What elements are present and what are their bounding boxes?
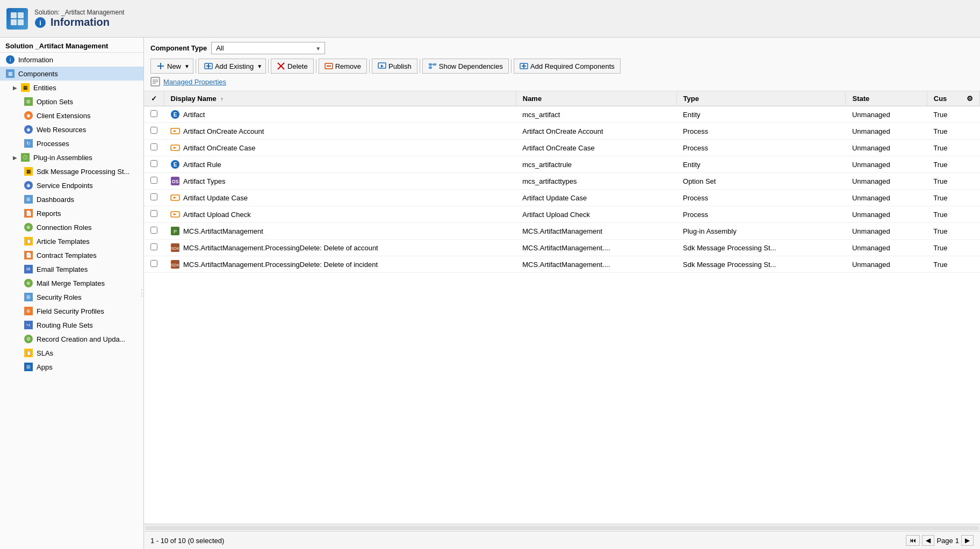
mail-merge-icon: ⊕: [24, 278, 33, 288]
sidebar-item-connection-roles[interactable]: ⊕ Connection Roles: [0, 220, 143, 234]
toolbar-buttons: New ▼ Add Existing ▼: [150, 59, 974, 74]
sidebar-item-contract-templates[interactable]: 📄 Contract Templates: [0, 248, 143, 262]
sidebar-item-apps[interactable]: ⊞ Apps: [0, 360, 143, 374]
add-required-button[interactable]: Add Required Components: [514, 59, 621, 74]
show-dependencies-button[interactable]: Show Dependencies: [422, 59, 509, 74]
table-row[interactable]: SDK MCS.ArtifactManagement.ProcessingDel…: [144, 240, 980, 256]
table-row[interactable]: Artifact OnCreate Account Artifact OnCre…: [144, 123, 980, 140]
col-display-name[interactable]: Display Name ↑: [164, 91, 516, 106]
row-customizable: True: [927, 223, 979, 240]
row-checkbox[interactable]: [150, 177, 157, 184]
client-ext-icon: ◉: [24, 111, 33, 120]
routing-icon: ↪: [24, 320, 33, 330]
row-checkbox[interactable]: [150, 227, 157, 234]
new-button[interactable]: New ▼: [150, 59, 193, 74]
sidebar-item-client-extensions[interactable]: ◉ Client Extensions: [0, 109, 143, 122]
row-checkbox-cell[interactable]: [144, 106, 164, 123]
display-name-sort-arrow: ↑: [220, 96, 223, 102]
sidebar-label-connection-roles: Connection Roles: [37, 223, 92, 232]
dash-icon: ⊞: [24, 194, 33, 204]
row-checkbox-cell[interactable]: [144, 256, 164, 273]
sidebar-item-components[interactable]: ▦ Components: [0, 67, 143, 81]
remove-button[interactable]: Remove: [319, 59, 367, 74]
table-row[interactable]: E Artifact Rule mcs_artifactrule Entity …: [144, 156, 980, 173]
first-page-button[interactable]: ⏮: [906, 535, 920, 546]
row-checkbox[interactable]: [150, 110, 157, 117]
table-row[interactable]: E Artifact mcs_artifact Entity Unmanaged…: [144, 106, 980, 123]
table-row[interactable]: OS Artifact Types mcs_artifacttypes Opti…: [144, 173, 980, 190]
delete-button[interactable]: Delete: [271, 59, 314, 74]
row-checkbox[interactable]: [150, 210, 157, 217]
row-checkbox-cell[interactable]: [144, 123, 164, 140]
row-type: Entity: [676, 156, 846, 173]
remove-icon: [325, 62, 333, 70]
table-row[interactable]: SDK MCS.ArtifactManagement.ProcessingDel…: [144, 256, 980, 273]
row-checkbox[interactable]: [150, 260, 157, 267]
component-type-select[interactable]: All Entity Process Option Set Plug-in As…: [211, 42, 325, 54]
sidebar-item-dashboards[interactable]: ⊞ Dashboards: [0, 192, 143, 206]
plugin-expand-arrow: ▶: [13, 155, 17, 161]
sidebar-item-slas[interactable]: 📋 SLAs: [0, 346, 143, 360]
add-existing-button[interactable]: Add Existing ▼: [198, 59, 266, 74]
row-checkbox[interactable]: [150, 143, 157, 150]
sidebar-item-security-roles[interactable]: ⊞ Security Roles: [0, 290, 143, 304]
table-row[interactable]: Artifact Update Case Artifact Update Cas…: [144, 190, 980, 206]
sdk-message-icon: SDK: [170, 243, 180, 252]
row-checkbox[interactable]: [150, 193, 157, 200]
footer: 1 - 10 of 10 (0 selected) ⏮ ◀ Page 1 ▶: [144, 531, 980, 549]
sidebar-item-reports[interactable]: 📄 Reports: [0, 206, 143, 220]
publish-button[interactable]: Publish: [372, 59, 417, 74]
sidebar-item-information[interactable]: i Information: [0, 53, 143, 67]
horizontal-scrollbar[interactable]: [144, 524, 980, 531]
sidebar-item-processes[interactable]: ↻ Processes: [0, 136, 143, 150]
col-customizable[interactable]: Cus ⚙: [927, 91, 979, 106]
settings-icon[interactable]: ⚙: [967, 95, 973, 103]
option-set-icon: OS: [170, 176, 180, 186]
sidebar-item-email-templates[interactable]: ✉ Email Templates: [0, 262, 143, 276]
row-checkbox[interactable]: [150, 127, 157, 134]
row-checkbox-cell[interactable]: [144, 206, 164, 223]
process-icon: [170, 143, 180, 153]
sidebar-label-entities: Entities: [33, 84, 56, 92]
col-type[interactable]: Type: [676, 91, 846, 106]
sidebar-drag-handle[interactable]: ⋮: [140, 38, 143, 549]
svg-marker-16: [381, 64, 384, 68]
solution-label: Solution _Artifact Management: [0, 38, 143, 53]
svg-marker-40: [174, 197, 177, 199]
sidebar-item-option-sets[interactable]: ⊞ Option Sets: [0, 95, 143, 109]
managed-properties-button[interactable]: Managed Properties: [163, 78, 226, 86]
components-table: ✓ Display Name ↑ Name Type: [144, 91, 980, 273]
scrollbar-track[interactable]: [145, 526, 979, 530]
row-checkbox-cell[interactable]: [144, 240, 164, 256]
sidebar-item-plugin-assemblies[interactable]: ▶ ⬡ Plug-in Assemblies: [0, 150, 143, 164]
table-row[interactable]: Artifact Upload Check Artifact Upload Ch…: [144, 206, 980, 223]
sidebar-item-sdk-message[interactable]: ▦ Sdk Message Processing St...: [0, 164, 143, 178]
table-row[interactable]: Artifact OnCreate Case Artifact OnCreate…: [144, 140, 980, 156]
prev-page-button[interactable]: ◀: [922, 535, 934, 546]
sidebar-item-article-templates[interactable]: 📋 Article Templates: [0, 234, 143, 248]
table-row[interactable]: P MCS.ArtifactManagement MCS.ArtifactMan…: [144, 223, 980, 240]
sidebar-item-web-resources[interactable]: ◉ Web Resources: [0, 122, 143, 136]
sidebar-label-option-sets: Option Sets: [37, 98, 73, 106]
col-check[interactable]: ✓: [144, 91, 164, 106]
sidebar-item-field-security-profiles[interactable]: ⊕ Field Security Profiles: [0, 304, 143, 318]
row-checkbox-cell[interactable]: [144, 140, 164, 156]
sidebar-label-client-extensions: Client Extensions: [37, 112, 90, 120]
row-checkbox-cell[interactable]: [144, 173, 164, 190]
col-name[interactable]: Name: [516, 91, 676, 106]
row-checkbox-cell[interactable]: [144, 223, 164, 240]
sidebar-label-mail-merge-templates: Mail Merge Templates: [37, 279, 105, 287]
row-checkbox-cell[interactable]: [144, 156, 164, 173]
next-page-button[interactable]: ▶: [961, 535, 974, 546]
sidebar-label-web-resources: Web Resources: [37, 126, 86, 134]
sidebar-item-service-endpoints[interactable]: ◉ Service Endpoints: [0, 178, 143, 192]
security-icon: ⊞: [24, 292, 33, 302]
sidebar-item-mail-merge-templates[interactable]: ⊕ Mail Merge Templates: [0, 276, 143, 290]
row-checkbox[interactable]: [150, 243, 157, 250]
row-checkbox-cell[interactable]: [144, 190, 164, 206]
sidebar-item-routing-rule-sets[interactable]: ↪ Routing Rule Sets: [0, 318, 143, 332]
sidebar-item-entities[interactable]: ▶ ▦ Entities: [0, 81, 143, 95]
row-checkbox[interactable]: [150, 160, 157, 167]
sidebar-item-record-creation[interactable]: ⚙ Record Creation and Upda...: [0, 332, 143, 346]
col-state[interactable]: State: [846, 91, 927, 106]
